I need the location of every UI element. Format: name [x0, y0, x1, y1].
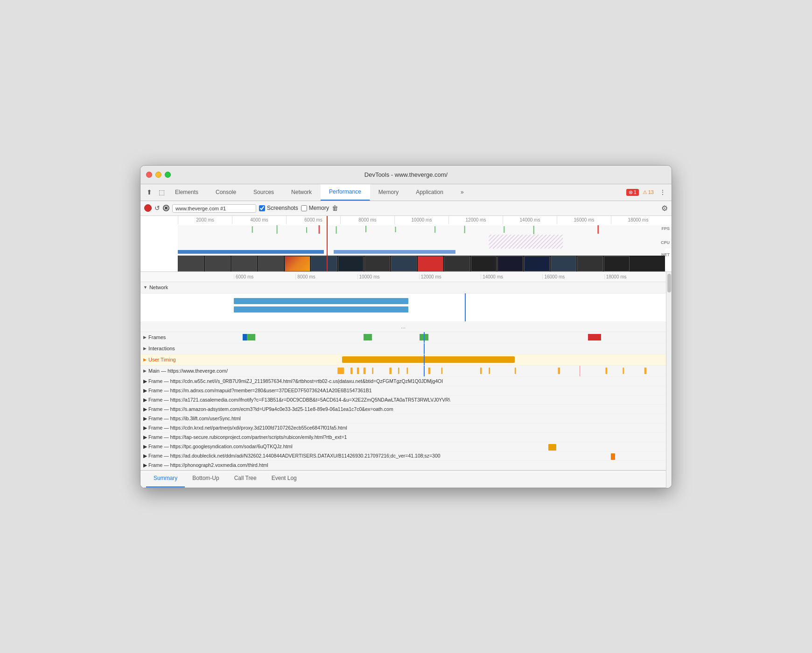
bottom-tab-bottom-up[interactable]: Bottom-Up: [185, 470, 226, 487]
window-title: DevTools - www.theverge.com/: [364, 171, 448, 178]
settings-button[interactable]: ⚙: [661, 204, 668, 213]
main-toolbar: ⬆ ⬚ Elements Console Sources Network Per…: [140, 184, 672, 201]
clear-button[interactable]: 🗑: [332, 204, 338, 212]
close-button[interactable]: [146, 172, 152, 178]
timing-mark2: [611, 453, 615, 460]
tab-sources[interactable]: Sources: [245, 184, 283, 201]
svg-rect-9: [533, 226, 534, 234]
svg-rect-19: [364, 368, 366, 374]
user-timing-bar: [342, 356, 515, 363]
blue-timeline-line: [465, 293, 466, 321]
memory-checkbox[interactable]: [301, 205, 307, 211]
inspect-element-tool[interactable]: ⬚: [156, 187, 167, 197]
user-timing-label[interactable]: ▶ User Timing: [140, 357, 234, 362]
svg-rect-29: [558, 368, 560, 374]
devtools-window: DevTools - www.theverge.com/ ⬆ ⬚ Element…: [140, 165, 672, 488]
svg-rect-28: [515, 368, 516, 374]
tab-console[interactable]: Console: [207, 184, 245, 201]
svg-rect-31: [623, 368, 624, 374]
bottom-tab-event-log[interactable]: Event Log: [264, 470, 304, 487]
screenshot-thumb: [338, 256, 364, 271]
warning-badge[interactable]: ⚠ 13: [643, 189, 654, 195]
blue-line-interactions: [424, 343, 425, 354]
tab-memory[interactable]: Memory: [370, 184, 407, 201]
frame-label-4: ▶ Frame — https://ib.3lift.com/userSync.…: [143, 416, 470, 421]
frame-row-3[interactable]: ▶ Frame — https://s.amazon-adsystem.com/…: [140, 405, 666, 414]
ruler-tick-2000: 2000 ms: [178, 216, 232, 224]
ruler-tick-8000: 8000 ms: [340, 216, 394, 224]
minimize-button[interactable]: [155, 172, 161, 178]
frame-label-5: ▶ Frame — https://cdn.krxd.net/partnerjs…: [143, 425, 470, 431]
bottom-tab-summary[interactable]: Summary: [146, 470, 185, 487]
screenshot-thumb: [178, 256, 204, 271]
frames-label[interactable]: ▶ Frames: [140, 334, 234, 340]
right-scrollbar[interactable]: [666, 272, 672, 488]
scrollbar-thumb[interactable]: [667, 274, 671, 292]
svg-rect-25: [441, 368, 442, 374]
frame-row-9[interactable]: ▶ Frame — https://phonograph2.voxmedia.c…: [140, 461, 666, 470]
tab-application[interactable]: Application: [407, 184, 452, 201]
main-flame-svg: [234, 366, 666, 376]
flame-ruler-tick-10000: 10000 ms: [357, 274, 419, 279]
tab-more[interactable]: »: [452, 184, 473, 201]
ruler-tick-10000: 10000 ms: [394, 216, 448, 224]
bottom-tab-call-tree[interactable]: Call Tree: [227, 470, 264, 487]
main-label[interactable]: ▶ Main — https://www.theverge.com/: [140, 368, 234, 374]
ruler-tick-18000: 18000 ms: [611, 216, 665, 224]
frame-row-4[interactable]: ▶ Frame — https://ib.3lift.com/userSync.…: [140, 414, 666, 424]
svg-rect-3: [336, 226, 337, 234]
svg-rect-32: [644, 368, 647, 374]
error-badge[interactable]: ⊗ 1: [626, 189, 639, 196]
more-options-button[interactable]: ⋮: [658, 187, 668, 197]
flame-ruler-ticks: 6000 ms 8000 ms 10000 ms 12000 ms 14000 …: [234, 274, 666, 279]
triangle-icon: ▶: [143, 346, 147, 351]
frame-label-1: ▶ Frame — https://m.adnxs.com/mapuid?mem…: [143, 388, 470, 393]
tab-performance[interactable]: Performance: [321, 184, 370, 201]
nav-tabs: Elements Console Sources Network Perform…: [167, 184, 626, 201]
svg-rect-27: [489, 368, 490, 374]
frame-rows-container: ▶ Frame — https://cdn.w55c.net/i/s_0RB7U…: [140, 377, 666, 470]
svg-rect-7: [464, 226, 465, 233]
frame-row-1[interactable]: ▶ Frame — https://m.adnxs.com/mapuid?mem…: [140, 386, 666, 396]
fps-chart-area: [178, 225, 672, 235]
interactions-label[interactable]: ▶ Interactions: [140, 346, 234, 351]
screenshots-checkbox[interactable]: [259, 205, 265, 211]
stop-button[interactable]: [163, 205, 169, 211]
svg-rect-4: [365, 226, 366, 232]
tab-elements[interactable]: Elements: [167, 184, 207, 201]
screenshot-thumb: [364, 256, 390, 271]
maximize-button[interactable]: [165, 172, 171, 178]
screenshot-thumb: [551, 256, 576, 271]
ellipsis-row: ...: [140, 321, 666, 332]
frame-row-0[interactable]: ▶ Frame — https://cdn.w55c.net/i/s_0RB7U…: [140, 377, 666, 386]
timeline-cursor: [327, 216, 328, 271]
flame-ruler-tick-8000: 8000 ms: [295, 274, 357, 279]
url-selector-container: www.theverge.com #1: [172, 204, 256, 213]
url-selector[interactable]: www.theverge.com #1: [172, 204, 256, 213]
error-icon: ⊗: [629, 189, 633, 195]
svg-rect-11: [597, 225, 599, 234]
blue-line-timing: [424, 354, 425, 365]
tab-network[interactable]: Network: [283, 184, 321, 201]
error-count: 1: [634, 189, 637, 195]
screenshot-thumb: [577, 256, 603, 271]
triangle-icon: ▶: [143, 368, 147, 373]
reload-record-button[interactable]: ↺: [154, 204, 160, 212]
cpu-chart: [178, 235, 672, 249]
record-button[interactable]: [144, 204, 152, 212]
network-section-header[interactable]: ▼ Network: [140, 282, 666, 293]
screenshot-thumb: [205, 256, 231, 271]
screenshot-thumb: [604, 256, 630, 271]
frame-label-8: ▶ Frame — https://ad.doubleclick.net/ddm…: [143, 453, 470, 458]
frame-row-8[interactable]: ▶ Frame — https://ad.doubleclick.net/ddm…: [140, 452, 666, 461]
flame-ruler-tick-18000: 18000 ms: [604, 274, 666, 279]
timeline-ruler: 2000 ms 4000 ms 6000 ms 8000 ms 10000 ms…: [178, 216, 665, 224]
screenshot-thumb: [444, 256, 470, 271]
user-timing-row: ▶ User Timing: [140, 354, 666, 366]
frame-row-5[interactable]: ▶ Frame — https://cdn.krxd.net/partnerjs…: [140, 424, 666, 433]
frame-row-6[interactable]: ▶ Frame — https://tap-secure.rubiconproj…: [140, 433, 666, 442]
pointer-tool[interactable]: ⬆: [144, 187, 154, 197]
frame-row-7[interactable]: ▶ Frame — https://tpc.googlesyndication.…: [140, 442, 666, 452]
frame-row-2[interactable]: ▶ Frame — https://a1721.casalemedia.com/…: [140, 396, 666, 405]
net-bar-blue2: [334, 250, 455, 254]
